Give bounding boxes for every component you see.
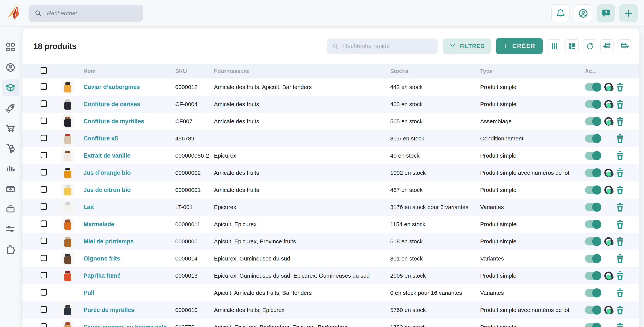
- active-toggle[interactable]: [585, 100, 600, 108]
- row-checkbox[interactable]: [40, 238, 47, 244]
- product-sku: LT-001: [175, 204, 214, 210]
- help-button[interactable]: ?: [596, 4, 615, 22]
- row-checkbox[interactable]: [40, 83, 47, 90]
- row-checkbox[interactable]: [40, 118, 47, 124]
- row-checkbox[interactable]: [40, 289, 47, 296]
- active-toggle[interactable]: [585, 272, 600, 280]
- row-checkbox[interactable]: [40, 152, 47, 158]
- row-checkbox[interactable]: [40, 186, 47, 193]
- product-name-link[interactable]: Confiture x5: [84, 135, 118, 142]
- sidebar-item-reports[interactable]: [2, 160, 19, 177]
- create-button[interactable]: + CRÉER: [496, 38, 543, 54]
- product-name-link[interactable]: Confiture de cerises: [84, 101, 140, 108]
- active-toggle[interactable]: [585, 152, 600, 160]
- sidebar-item-launch[interactable]: [2, 99, 19, 116]
- quick-add-button[interactable]: [619, 4, 638, 22]
- product-name-link[interactable]: Marmelade: [84, 221, 114, 228]
- delete-icon[interactable]: [616, 203, 624, 212]
- table-row: Pull Apicult, Amicale des fruits, Bar’te…: [22, 284, 640, 302]
- delete-icon[interactable]: [616, 254, 624, 263]
- export-button[interactable]: [618, 39, 632, 53]
- columns-icon: [550, 42, 559, 50]
- select-all-checkbox[interactable]: [40, 67, 47, 74]
- row-checkbox[interactable]: [40, 100, 47, 107]
- product-suppliers: Amicale des fruits: [214, 170, 390, 176]
- refresh-button[interactable]: [583, 39, 596, 53]
- product-suppliers: Apicult, Amicale des fruits, Bar’tenders: [214, 290, 390, 296]
- row-checkbox[interactable]: [40, 306, 47, 313]
- delete-icon[interactable]: [616, 220, 624, 229]
- active-toggle[interactable]: [585, 254, 600, 262]
- row-checkbox[interactable]: [40, 272, 47, 278]
- product-name-link[interactable]: Sauce caramel au beurre salé: [84, 324, 166, 327]
- product-name-link[interactable]: Paprika fumé: [84, 272, 120, 279]
- column-header-actions: Ac...: [585, 68, 632, 74]
- active-toggle[interactable]: [585, 306, 600, 314]
- row-checkbox[interactable]: [40, 203, 47, 210]
- product-name-link[interactable]: Caviar d’aubergines: [84, 84, 140, 90]
- active-toggle[interactable]: [585, 169, 600, 177]
- active-toggle[interactable]: [585, 238, 600, 246]
- delete-icon[interactable]: [616, 117, 624, 126]
- top-bar: ?: [0, 0, 644, 27]
- delete-icon[interactable]: [616, 186, 624, 194]
- panel-header: 18 produits FILTRES + CRÉER: [22, 28, 640, 64]
- active-toggle[interactable]: [585, 186, 600, 194]
- delete-icon[interactable]: [616, 151, 624, 160]
- sidebar-item-sales[interactable]: [2, 119, 19, 137]
- filters-button[interactable]: FILTRES: [442, 38, 491, 54]
- delete-icon[interactable]: [616, 134, 624, 143]
- sidebar-item-jobs[interactable]: [2, 200, 19, 218]
- product-stock: 40 en stock: [390, 152, 480, 159]
- row-checkbox[interactable]: [40, 169, 47, 176]
- product-name-link[interactable]: Extrait de vanille: [84, 152, 130, 159]
- sidebar-item-settings[interactable]: [2, 220, 19, 238]
- product-name-link[interactable]: Pull: [84, 290, 94, 296]
- active-toggle[interactable]: [585, 289, 600, 297]
- global-search-input[interactable]: [46, 10, 137, 17]
- active-toggle[interactable]: [585, 323, 600, 327]
- delete-icon[interactable]: [616, 168, 624, 177]
- layout-button[interactable]: [565, 39, 579, 53]
- import-button[interactable]: [600, 39, 614, 53]
- product-name-link[interactable]: Jus d’orange bio: [84, 170, 131, 176]
- product-name-link[interactable]: Confiture de myrtilles: [84, 118, 144, 125]
- quick-search-input[interactable]: [343, 42, 433, 50]
- delete-icon[interactable]: [616, 306, 624, 314]
- row-checkbox[interactable]: [40, 324, 47, 327]
- delete-icon[interactable]: [616, 83, 624, 92]
- cart-icon: [5, 123, 16, 134]
- sidebar-item-dashboard[interactable]: [2, 38, 19, 56]
- row-checkbox[interactable]: [40, 255, 47, 261]
- active-toggle[interactable]: [585, 203, 600, 211]
- sidebar-item-integrations[interactable]: [2, 240, 19, 258]
- delete-icon[interactable]: [616, 288, 624, 297]
- active-toggle[interactable]: [585, 118, 600, 126]
- columns-button[interactable]: [548, 39, 561, 53]
- delete-icon[interactable]: [616, 271, 624, 280]
- sidebar-item-purchases[interactable]: [2, 140, 19, 157]
- sidebar-item-products[interactable]: [2, 79, 19, 96]
- product-name-link[interactable]: Miel de printemps: [84, 238, 134, 245]
- delete-icon[interactable]: [616, 100, 624, 108]
- active-toggle[interactable]: [585, 220, 600, 228]
- account-button[interactable]: [574, 4, 592, 22]
- sidebar-item-contacts[interactable]: [2, 59, 19, 76]
- notifications-button[interactable]: [551, 4, 570, 22]
- product-suppliers: Amicale des fruits: [214, 101, 390, 108]
- product-name-link[interactable]: Jus de citron bio: [84, 186, 131, 193]
- sidebar-item-payments[interactable]: [2, 180, 19, 198]
- delete-icon[interactable]: [616, 323, 624, 327]
- product-name-link[interactable]: Oignons frits: [84, 255, 120, 262]
- product-name-link[interactable]: Purée de myrtilles: [84, 306, 134, 313]
- row-checkbox[interactable]: [40, 220, 47, 227]
- product-name-link[interactable]: Lait: [84, 204, 94, 210]
- product-sku: 00000011: [175, 221, 214, 228]
- active-toggle[interactable]: [585, 134, 600, 142]
- toggle-knob: [592, 134, 601, 143]
- row-checkbox[interactable]: [40, 135, 47, 141]
- product-type: Produit simple: [480, 324, 585, 327]
- product-stock: 1154 en stock: [390, 221, 480, 228]
- delete-icon[interactable]: [616, 237, 624, 246]
- active-toggle[interactable]: [585, 83, 600, 91]
